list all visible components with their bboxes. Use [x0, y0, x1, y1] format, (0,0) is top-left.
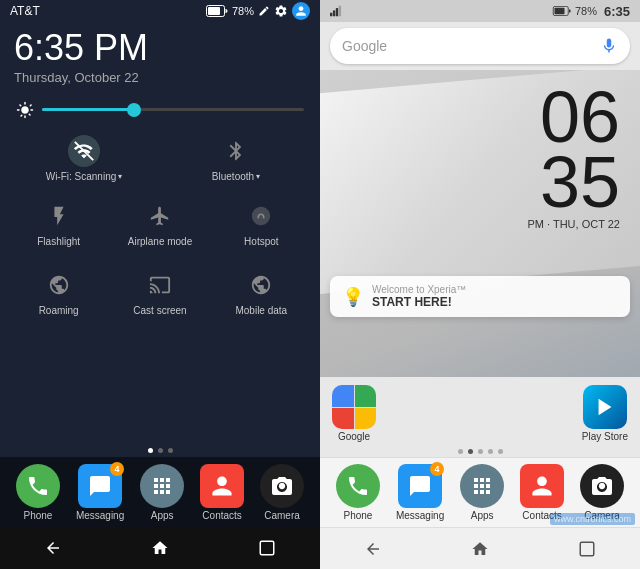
playstore-app-label: Play Store — [582, 431, 628, 442]
right-messaging-badge: 4 — [430, 462, 444, 476]
tile-flashlight[interactable]: Flashlight — [8, 192, 109, 253]
left-nav-bar — [0, 527, 320, 569]
time-block: 6:35 PM Thursday, October 22 — [0, 22, 320, 95]
right-messaging-icon: 4 — [398, 464, 442, 508]
home-apps-row: Google Play Store — [320, 377, 640, 446]
mobiledata-tile-icon — [245, 269, 277, 301]
camera-icon — [260, 464, 304, 508]
tile-roaming[interactable]: Roaming — [8, 261, 109, 322]
hotspot-tile-icon — [245, 200, 277, 232]
svg-rect-5 — [333, 10, 335, 16]
svg-rect-9 — [554, 8, 564, 15]
clock-ampm-date: PM · THU, OCT 22 — [527, 219, 620, 230]
apps-icon — [140, 464, 184, 508]
left-dock: Phone 4 Messaging Apps Contacts — [0, 457, 320, 527]
right-battery-icon — [552, 6, 572, 16]
right-apps-icon — [460, 464, 504, 508]
back-button[interactable] — [33, 527, 73, 569]
bulb-icon: 💡 — [342, 286, 364, 308]
dock-apps-label: Apps — [151, 510, 174, 521]
search-bar[interactable]: Google — [330, 28, 630, 64]
recents-button[interactable] — [247, 527, 287, 569]
welcome-text-block: Welcome to Xperia™ START HERE! — [372, 284, 466, 309]
brightness-track[interactable] — [42, 108, 304, 111]
r-dot-3 — [478, 449, 483, 454]
tile-hotspot[interactable]: Hotspot — [211, 192, 312, 253]
dock-contacts[interactable]: Contacts — [200, 464, 244, 521]
dock-apps[interactable]: Apps — [140, 464, 184, 521]
google-q2 — [355, 385, 377, 407]
wifi-tile-icon — [68, 135, 100, 167]
play-store-icon — [583, 385, 627, 429]
home-clock: 06 35 PM · THU, OCT 22 — [527, 85, 620, 230]
tile-cast[interactable]: Cast screen — [109, 261, 210, 322]
brightness-thumb — [127, 103, 141, 117]
right-time: 6:35 — [604, 4, 630, 19]
welcome-title: Welcome to Xperia™ — [372, 284, 466, 295]
right-recents-button[interactable] — [567, 528, 607, 570]
tile-wifi[interactable]: Wi-Fi: Scanning ▾ — [8, 125, 160, 188]
tile-mobiledata[interactable]: Mobile data — [211, 261, 312, 322]
battery-icon — [206, 5, 228, 17]
dock-phone-label: Phone — [23, 510, 52, 521]
page-indicators — [0, 444, 320, 457]
dock-camera[interactable]: Camera — [260, 464, 304, 521]
r-dot-2 — [468, 449, 473, 454]
dot-1 — [148, 448, 153, 453]
welcome-action: START HERE! — [372, 295, 466, 309]
home-app-playstore[interactable]: Play Store — [582, 385, 628, 442]
r-dot-5 — [498, 449, 503, 454]
right-phone-icon — [336, 464, 380, 508]
right-contacts-icon — [520, 464, 564, 508]
time-display: 6:35 PM — [14, 28, 306, 68]
home-screen: 78% 6:35 Google 06 35 PM · THU, OCT 22 💡… — [320, 0, 640, 569]
tile-airplane[interactable]: Airplane mode — [109, 192, 210, 253]
watermark: www.cntronics.com — [320, 513, 640, 527]
svg-rect-3 — [260, 541, 274, 555]
quick-tiles-row2: Flashlight Airplane mode Hots — [0, 188, 320, 257]
mic-icon[interactable] — [600, 37, 618, 55]
brightness-control[interactable] — [0, 95, 320, 125]
signal-icon — [330, 5, 344, 17]
google-q1 — [332, 385, 354, 407]
bt-tile-label: Bluetooth ▾ — [212, 171, 260, 182]
hotspot-tile-label: Hotspot — [244, 236, 278, 247]
edit-icon — [258, 5, 270, 17]
left-status-bar: AT&T 78% — [0, 0, 320, 22]
right-nav-bar — [320, 527, 640, 569]
google-q3 — [332, 408, 354, 430]
dock-phone[interactable]: Phone — [16, 464, 60, 521]
contacts-icon — [200, 464, 244, 508]
r-dot-1 — [458, 449, 463, 454]
right-status-bar: 78% 6:35 — [320, 0, 640, 22]
phone-icon — [16, 464, 60, 508]
clock-hour: 06 — [527, 85, 620, 150]
right-back-button[interactable] — [353, 528, 393, 570]
home-app-google[interactable]: Google — [332, 385, 376, 442]
status-bar-right: 78% — [206, 2, 310, 20]
clock-minute: 35 — [527, 150, 620, 215]
cast-tile-icon — [144, 269, 176, 301]
flashlight-tile-label: Flashlight — [37, 236, 80, 247]
flashlight-tile-icon — [43, 200, 75, 232]
svg-rect-4 — [330, 13, 332, 17]
brightness-icon — [16, 101, 34, 119]
avatar[interactable] — [292, 2, 310, 20]
dock-messaging[interactable]: 4 Messaging — [76, 464, 124, 521]
wifi-tile-label: Wi-Fi: Scanning ▾ — [46, 171, 123, 182]
home-button[interactable] — [140, 527, 180, 569]
right-home-button[interactable] — [460, 528, 500, 570]
right-page-indicators — [320, 446, 640, 457]
welcome-card[interactable]: 💡 Welcome to Xperia™ START HERE! — [330, 276, 630, 317]
google-q4 — [355, 408, 377, 430]
messaging-icon: 4 — [78, 464, 122, 508]
svg-rect-1 — [208, 7, 220, 15]
tile-bluetooth[interactable]: Bluetooth ▾ — [160, 125, 312, 188]
roaming-tile-label: Roaming — [39, 305, 79, 316]
settings-icon[interactable] — [274, 4, 288, 18]
airplane-tile-icon — [144, 200, 176, 232]
messaging-badge: 4 — [110, 462, 124, 476]
google-app-label: Google — [338, 431, 370, 442]
bt-tile-icon — [220, 135, 252, 167]
watermark-text: www.cntronics.com — [550, 513, 635, 525]
